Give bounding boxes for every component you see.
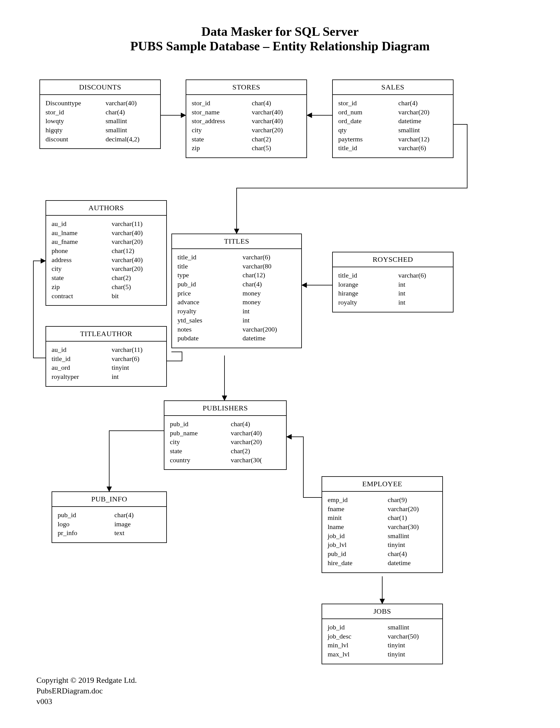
column-row: zipchar(5) — [192, 143, 301, 153]
column-type: varchar(6) — [112, 354, 161, 363]
column-type: varchar(40) — [112, 228, 161, 238]
column-row: stor_addressvarchar(40) — [192, 116, 301, 126]
column-row: stor_namevarchar(40) — [192, 108, 301, 117]
column-type: int — [243, 316, 296, 325]
entity-authors: AUTHORSau_idvarchar(11)au_lnamevarchar(4… — [46, 200, 167, 306]
column-row: royaltyint — [177, 307, 296, 316]
column-row: job_idsmallint — [328, 531, 437, 541]
column-row: qtysmallint — [338, 126, 447, 135]
column-row: pub_idchar(4) — [328, 549, 437, 558]
column-type: tinyint — [388, 650, 437, 659]
column-type: char(9) — [388, 495, 437, 504]
column-type: varchar(20) — [231, 437, 281, 447]
column-name: au_fname — [52, 237, 112, 246]
column-type: money — [243, 298, 296, 307]
connector-titleauthor-titles — [167, 352, 182, 361]
column-type: char(2) — [231, 447, 281, 456]
column-type: smallint — [388, 531, 437, 541]
column-row: stor_idchar(4) — [46, 108, 155, 117]
column-row: au_lnamevarchar(40) — [52, 228, 161, 238]
column-row: countryvarchar(30( — [170, 456, 281, 465]
column-type: varchar(20) — [252, 126, 301, 135]
entity-body: title_idvarchar(6)titlevarchar(80typecha… — [172, 249, 301, 348]
column-name: job_desc — [328, 632, 388, 641]
column-type: varchar(30) — [388, 522, 437, 531]
connector-pubinfo-publishers — [109, 431, 164, 491]
column-row: contractbit — [52, 292, 161, 301]
column-name: logo — [58, 520, 114, 529]
column-row: titlevarchar(80 — [177, 262, 296, 271]
column-type: datetime — [388, 558, 437, 568]
column-type: int — [243, 307, 296, 316]
entity-header: PUB_INFO — [52, 492, 166, 507]
column-row: au_idvarchar(11) — [52, 345, 161, 354]
column-type: varchar(50) — [388, 632, 437, 641]
column-row: fnamevarchar(20) — [328, 504, 437, 514]
column-row: au_idvarchar(11) — [52, 219, 161, 228]
column-type: char(1) — [388, 513, 437, 522]
column-type: varchar(80 — [243, 262, 296, 271]
column-type: tinyint — [112, 363, 161, 372]
column-type: tinyint — [388, 641, 437, 650]
column-row: advancemoney — [177, 298, 296, 307]
column-row: phonechar(12) — [52, 246, 161, 255]
column-type: text — [114, 528, 161, 538]
column-type: varchar(40) — [252, 108, 301, 117]
column-name: au_id — [52, 345, 112, 354]
column-name: pr_info — [58, 528, 114, 538]
entity-header: DISCOUNTS — [40, 80, 160, 95]
column-type: int — [398, 298, 447, 307]
column-row: statechar(2) — [52, 273, 161, 282]
column-name: royalty — [338, 298, 398, 307]
column-name: country — [170, 456, 231, 465]
column-type: money — [243, 289, 296, 298]
column-name: au_id — [52, 219, 112, 228]
column-row: discountdecimal(4,2) — [46, 135, 155, 144]
entity-discounts: DISCOUNTSDiscounttypevarchar(40)stor_idc… — [39, 79, 161, 149]
column-name: min_lvl — [328, 641, 388, 650]
column-row: stor_idchar(4) — [192, 99, 301, 108]
column-row: job_descvarchar(50) — [328, 632, 437, 641]
column-type: char(4) — [231, 420, 281, 429]
column-row: pubdatedatetime — [177, 334, 296, 343]
column-name: address — [52, 255, 112, 265]
connector-employee-publishers — [287, 437, 322, 497]
column-name: discount — [46, 135, 106, 144]
entity-body: au_idvarchar(11)title_idvarchar(6)au_ord… — [46, 342, 166, 386]
column-type: varchar(11) — [112, 345, 161, 354]
entity-header: AUTHORS — [46, 201, 166, 216]
column-row: max_lvltinyint — [328, 650, 437, 659]
column-type: int — [112, 372, 161, 381]
entity-body: pub_idchar(4)pub_namevarchar(40)cityvarc… — [164, 416, 286, 469]
entity-body: job_idsmallintjob_descvarchar(50)min_lvl… — [322, 619, 442, 664]
column-type: smallint — [106, 116, 155, 126]
entity-titles: TITLEStitle_idvarchar(6)titlevarchar(80t… — [171, 234, 302, 348]
column-name: lowqty — [46, 116, 106, 126]
column-row: cityvarchar(20) — [192, 126, 301, 135]
column-name: stor_id — [192, 99, 252, 108]
column-type: smallint — [106, 126, 155, 135]
column-row: ord_numvarchar(20) — [338, 108, 447, 117]
column-row: pub_idchar(4) — [58, 511, 161, 520]
column-type: char(4) — [252, 99, 301, 108]
column-type: datetime — [243, 334, 296, 343]
column-row: ytd_salesint — [177, 316, 296, 325]
column-name: job_id — [328, 623, 388, 632]
column-type: int — [398, 280, 447, 289]
column-row: pricemoney — [177, 289, 296, 298]
entity-header: STORES — [186, 80, 306, 95]
entity-header: ROYSCHED — [333, 252, 453, 267]
column-type: varchar(6) — [398, 143, 447, 153]
column-name: title_id — [338, 271, 398, 280]
page-title: Data Masker for SQL Server PUBS Sample D… — [0, 24, 560, 54]
column-type: varchar(40) — [112, 255, 161, 265]
column-row: royaltyperint — [52, 372, 161, 381]
page: Data Masker for SQL Server PUBS Sample D… — [0, 0, 560, 728]
entity-stores: STORESstor_idchar(4)stor_namevarchar(40)… — [186, 79, 307, 158]
entity-roysched: ROYSCHEDtitle_idvarchar(6)lorangeinthira… — [332, 252, 454, 312]
column-row: hire_datedatetime — [328, 558, 437, 568]
column-row: Discounttypevarchar(40) — [46, 99, 155, 108]
footer-copyright: Copyright © 2019 Redgate Ltd. — [36, 675, 137, 686]
column-type: smallint — [388, 623, 437, 632]
column-name: pub_id — [328, 549, 388, 558]
